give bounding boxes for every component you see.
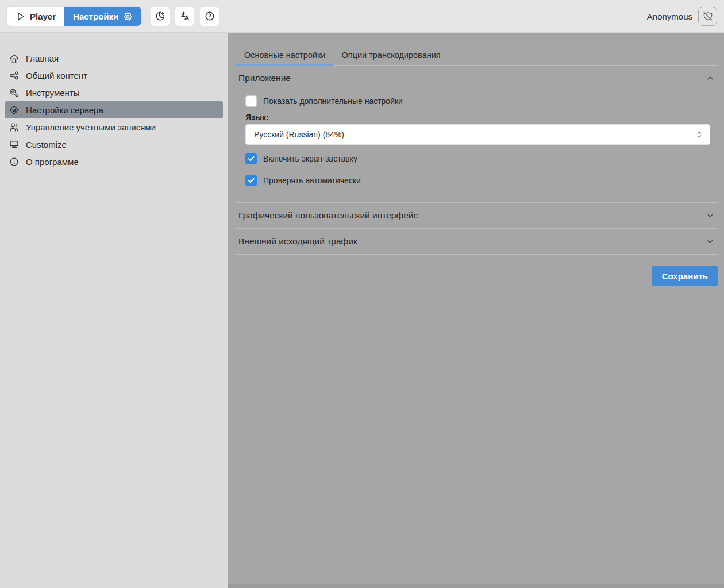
help-button[interactable] (200, 7, 219, 26)
accordion-title: Внешний исходящий трафик (238, 236, 357, 247)
tab-general-settings[interactable]: Основные настройки (236, 47, 333, 66)
language-field-label: Язык: (245, 113, 710, 122)
sidebar: Главная Общий контент Инструменты Настро… (0, 33, 228, 588)
shield-off-icon (703, 11, 713, 21)
gear-icon (123, 11, 133, 21)
selector-icon (695, 130, 704, 139)
username-label: Anonymous (647, 11, 692, 21)
dark-mode-button[interactable] (151, 7, 170, 26)
info-icon (9, 157, 19, 167)
play-icon (16, 11, 25, 21)
gear-icon (9, 105, 19, 115)
sidebar-item-about[interactable]: О программе (5, 153, 223, 170)
sidebar-item-customize[interactable]: Customize (5, 136, 223, 153)
check-icon (247, 176, 255, 185)
sidebar-item-label: Управление учётными записями (26, 122, 156, 132)
save-button[interactable]: Сохранить (652, 266, 718, 286)
splash-checkbox-row[interactable]: Включить экран-заставку (245, 153, 710, 164)
moon-stars-icon (155, 11, 165, 21)
tab-label: Основные настройки (244, 51, 325, 60)
chevron-down-icon (706, 237, 715, 246)
help-circle-icon (205, 11, 215, 21)
player-button[interactable]: Player (7, 7, 64, 26)
sidebar-item-label: Инструменты (26, 88, 80, 98)
sidebar-item-label: Customize (26, 140, 67, 149)
sidebar-item-label: Общий контент (26, 71, 87, 80)
splash-checkbox[interactable] (245, 153, 257, 164)
top-bar: Player Настройки Anonymous (0, 0, 724, 33)
settings-button[interactable]: Настройки (64, 7, 141, 26)
language-select[interactable]: Русский (Russian) (84%) (245, 124, 710, 145)
settings-button-label: Настройки (73, 11, 118, 21)
accordion-application: Приложение Показать дополнительные настр… (236, 66, 718, 203)
users-icon (9, 122, 19, 132)
tab-transcoding-settings[interactable]: Опции транскодирования (333, 47, 448, 66)
sidebar-item-server-settings[interactable]: Настройки сервера (5, 101, 223, 118)
accordion-gui: Графический пользовательский интерфейс (236, 203, 718, 229)
home-icon (9, 53, 19, 63)
accordion-external-traffic: Внешний исходящий трафик (236, 229, 718, 255)
show-advanced-checkbox[interactable] (245, 95, 257, 107)
language-button[interactable] (175, 7, 194, 26)
monitor-icon (9, 140, 19, 149)
sidebar-item-label: Главная (26, 53, 59, 63)
sidebar-item-shared-content[interactable]: Общий контент (5, 67, 223, 84)
share-icon (9, 71, 19, 80)
tab-label: Опции транскодирования (341, 51, 440, 60)
auto-check-label: Проверять автоматически (263, 176, 361, 185)
accordion-application-content: Показать дополнительные настройки Язык: … (236, 91, 718, 202)
sidebar-item-label: О программе (26, 157, 79, 167)
settings-tabs: Основные настройки Опции транскодировани… (236, 47, 718, 66)
sidebar-item-home[interactable]: Главная (5, 49, 223, 67)
player-button-label: Player (30, 11, 56, 21)
auto-check-checkbox[interactable] (245, 175, 257, 186)
accordion-application-header[interactable]: Приложение (236, 66, 718, 91)
sidebar-item-tools[interactable]: Инструменты (5, 84, 223, 101)
auto-check-checkbox-row[interactable]: Проверять автоматически (245, 175, 710, 186)
splash-label: Включить экран-заставку (263, 154, 357, 163)
settings-panel: Основные настройки Опции транскодировани… (228, 33, 724, 588)
sidebar-item-label: Настройки сервера (26, 105, 103, 115)
show-advanced-label: Показать дополнительные настройки (263, 97, 403, 106)
sidebar-item-accounts[interactable]: Управление учётными записями (5, 118, 223, 136)
accordion-title: Приложение (238, 73, 291, 83)
save-row: Сохранить (236, 266, 718, 286)
chevron-down-icon (706, 211, 715, 220)
chevron-up-icon (706, 74, 715, 83)
check-icon (247, 155, 255, 163)
language-icon (180, 11, 190, 21)
accordion-gui-header[interactable]: Графический пользовательский интерфейс (236, 203, 718, 228)
accordion-title: Графический пользовательский интерфейс (238, 210, 418, 221)
view-switcher: Player Настройки (7, 7, 141, 26)
session-shield-button[interactable] (698, 7, 717, 26)
accordion-external-traffic-header[interactable]: Внешний исходящий трафик (236, 229, 718, 254)
language-select-value: Русский (Russian) (84%) (254, 130, 344, 139)
show-advanced-checkbox-row[interactable]: Показать дополнительные настройки (245, 95, 710, 107)
wrench-icon (9, 88, 19, 98)
